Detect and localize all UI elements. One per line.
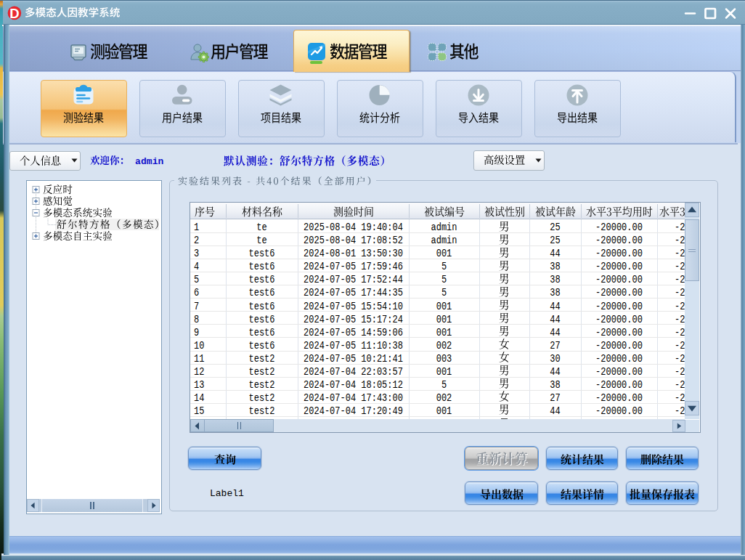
svg-text:D: D	[9, 6, 19, 20]
